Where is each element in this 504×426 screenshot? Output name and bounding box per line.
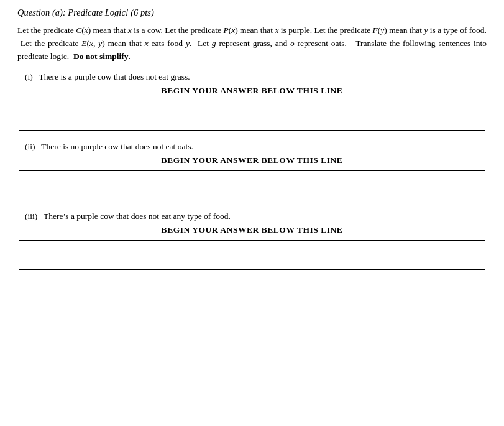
subquestion-i: (i) There is a purple cow that does not … [17,72,487,131]
answer-line-i-2 [19,130,485,131]
answer-block-iii: BEGIN YOUR ANSWER BELOW THIS LINE [17,225,487,270]
question-title: Question (a): Predicate Logic! (6 pts) [17,7,487,18]
answer-line-ii-1 [19,170,485,171]
answer-block-i: BEGIN YOUR ANSWER BELOW THIS LINE [17,86,487,131]
subquestion-iii: (iii) There’s a purple cow that does not… [17,211,487,270]
subquestion-ii: (ii) There is no purple cow that does no… [17,142,487,200]
answer-header-iii: BEGIN YOUR ANSWER BELOW THIS LINE [17,225,487,235]
answer-header-i: BEGIN YOUR ANSWER BELOW THIS LINE [17,86,487,96]
answer-header-ii: BEGIN YOUR ANSWER BELOW THIS LINE [17,155,487,165]
answer-line-iii-1 [19,240,485,241]
subquestion-iii-label: (iii) There’s a purple cow that does not… [17,211,487,221]
subquestion-ii-label: (ii) There is no purple cow that does no… [17,142,487,152]
answer-line-iii-2 [19,269,485,270]
answer-line-ii-2 [19,200,485,200]
intro-paragraph: Let the predicate C(x) mean that x is a … [17,24,487,63]
answer-line-i-1 [19,101,485,101]
subquestion-i-label: (i) There is a purple cow that does not … [17,72,487,82]
answer-block-ii: BEGIN YOUR ANSWER BELOW THIS LINE [17,155,487,200]
